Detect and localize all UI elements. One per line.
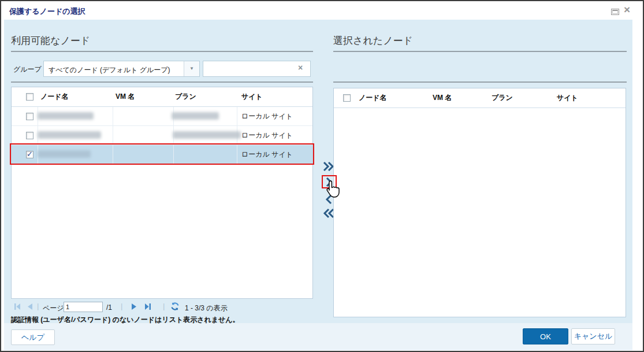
selected-table-header: ノード名 VM 名 プラン サイト [334,88,626,108]
site-cell: ローカル サイト [237,145,312,164]
selected-panel-rule [333,81,627,83]
last-page-button[interactable] [144,303,151,310]
select-all-selected-checkbox[interactable] [343,94,351,102]
plan-cell [174,145,237,164]
redacted-node-name [38,131,101,139]
column-header-vm-name[interactable]: VM 名 [113,87,174,106]
clear-filter-icon[interactable]: × [298,64,303,72]
pagination-separator: | [121,302,122,310]
redacted-plan [172,112,219,120]
row-checkbox[interactable] [26,132,33,139]
row-checkbox[interactable] [26,113,33,120]
selected-heading-rule [333,51,627,52]
available-nodes-heading: 利用可能なノード [11,34,90,47]
pagination-separator: | [37,302,39,310]
range-display-text: 1 - 3/3 の表示 [185,303,228,313]
group-dropdown[interactable]: すべてのノード (デフォルト グループ) ▼ [43,61,200,77]
redacted-node-name [38,112,94,120]
vm-name-cell [113,107,174,125]
vm-name-cell [113,145,174,164]
selected-nodes-heading: 選択されたノード [333,34,413,47]
page-label: ページ [43,303,64,313]
column-header-node-name[interactable]: ノード名 [354,88,428,108]
column-header-site[interactable]: サイト [237,87,312,106]
refresh-icon[interactable] [170,302,180,311]
selected-nodes-table: ノード名 VM 名 プラン サイト [333,88,626,317]
available-panel-rule [11,81,313,83]
cancel-button[interactable]: キャンセル [571,328,615,344]
cursor-pointer-icon [325,180,340,198]
page-total: /1 [106,303,112,312]
site-cell: ローカル サイト [237,126,312,144]
column-header-vm-name[interactable]: VM 名 [428,88,487,108]
chevron-down-icon: ▼ [189,66,194,71]
redacted-node-name [38,150,91,158]
next-page-button[interactable] [131,303,137,310]
row-checkbox-checked[interactable] [26,151,33,158]
restore-window-icon[interactable] [611,9,619,15]
available-table-header: ノード名 VM 名 プラン サイト [12,87,312,107]
dialog-title: 保護するノードの選択 [9,6,85,17]
column-header-plan[interactable]: プラン [487,88,552,108]
site-cell: ローカル サイト [237,107,312,125]
group-dropdown-button[interactable]: ▼ [184,61,199,76]
group-dropdown-value: すべてのノード (デフォルト グループ) [49,65,170,75]
available-heading-rule [11,51,313,52]
redacted-plan [173,131,241,139]
ok-button[interactable]: OK [523,328,568,344]
credentials-note: 認証情報 (ユーザ名/パスワード) のないノードはリスト表示されません。 [11,315,240,325]
page-number-input[interactable] [64,302,103,312]
previous-page-button[interactable] [27,303,33,310]
pagination-separator: | [163,302,165,310]
column-header-plan[interactable]: プラン [174,87,237,106]
group-label: グループ [13,65,42,75]
column-header-node-name[interactable]: ノード名 [38,87,113,106]
select-all-available-checkbox[interactable] [26,93,33,101]
first-page-button[interactable] [14,303,21,310]
vm-name-cell [113,126,174,144]
column-header-site[interactable]: サイト [552,88,626,108]
filter-input[interactable] [203,61,311,77]
close-icon[interactable]: × [624,3,630,16]
select-nodes-dialog: 保護するノードの選択 × 利用可能なノード グループ すべてのノード (デフォル… [0,0,644,352]
help-button[interactable]: ヘルプ [11,329,55,345]
